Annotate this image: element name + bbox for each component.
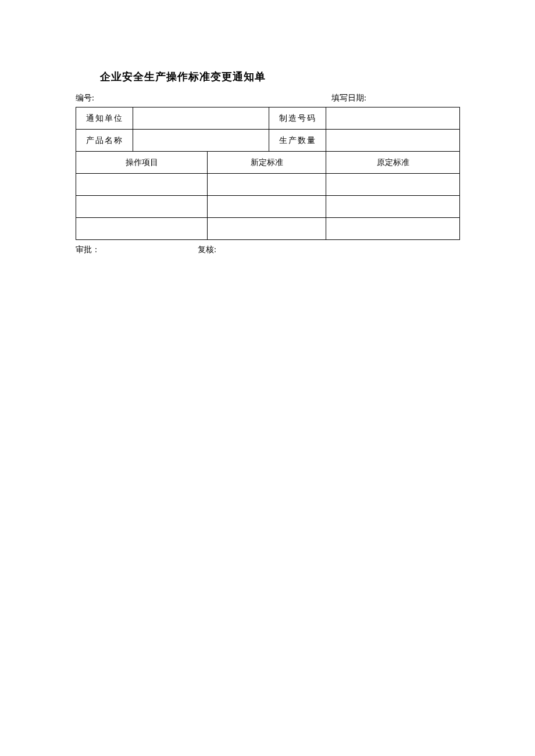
table-row: [76, 174, 460, 196]
col-operation-item: 操作项目: [76, 152, 208, 174]
table-header-row: 操作项目 新定标准 原定标准: [76, 152, 460, 174]
table-row: [76, 218, 460, 240]
cell-new-standard: [208, 174, 326, 196]
cell-operation-item: [76, 174, 208, 196]
approve-label: 审批：: [76, 245, 100, 254]
table-row: 通知单位 制造号码: [76, 108, 460, 130]
notify-unit-value: [133, 108, 269, 130]
production-qty-value: [326, 130, 460, 152]
id-label: 编号:: [76, 94, 94, 102]
date-label: 填写日期:: [331, 94, 366, 102]
cell-original-standard: [326, 196, 460, 218]
cell-original-standard: [326, 174, 460, 196]
document-page: 企业安全生产操作标准变更通知单 编号: 填写日期: 通知单位 制造号码 产品名称…: [0, 0, 535, 255]
footer-row: 审批： 复核:: [76, 245, 459, 255]
document-title: 企业安全生产操作标准变更通知单: [100, 70, 459, 84]
table-row: 产品名称 生产数量: [76, 130, 460, 152]
manufacture-no-label: 制造号码: [269, 108, 326, 130]
production-qty-label: 生产数量: [269, 130, 326, 152]
col-original-standard: 原定标准: [326, 152, 460, 174]
approve-group: 审批：: [76, 245, 198, 255]
col-new-standard: 新定标准: [208, 152, 326, 174]
manufacture-no-value: [326, 108, 460, 130]
cell-operation-item: [76, 196, 208, 218]
review-label: 复核:: [198, 245, 216, 254]
form-table: 通知单位 制造号码 产品名称 生产数量 操作项目 新定标准 原定标准: [76, 107, 460, 240]
table-row: [76, 196, 460, 218]
meta-date-group: 填写日期:: [331, 93, 459, 103]
cell-new-standard: [208, 196, 326, 218]
cell-operation-item: [76, 218, 208, 240]
product-name-label: 产品名称: [76, 130, 133, 152]
cell-original-standard: [326, 218, 460, 240]
meta-id-group: 编号:: [76, 93, 331, 103]
cell-new-standard: [208, 218, 326, 240]
notify-unit-label: 通知单位: [76, 108, 133, 130]
review-group: 复核:: [198, 245, 459, 255]
product-name-value: [133, 130, 269, 152]
meta-row: 编号: 填写日期:: [76, 93, 459, 103]
